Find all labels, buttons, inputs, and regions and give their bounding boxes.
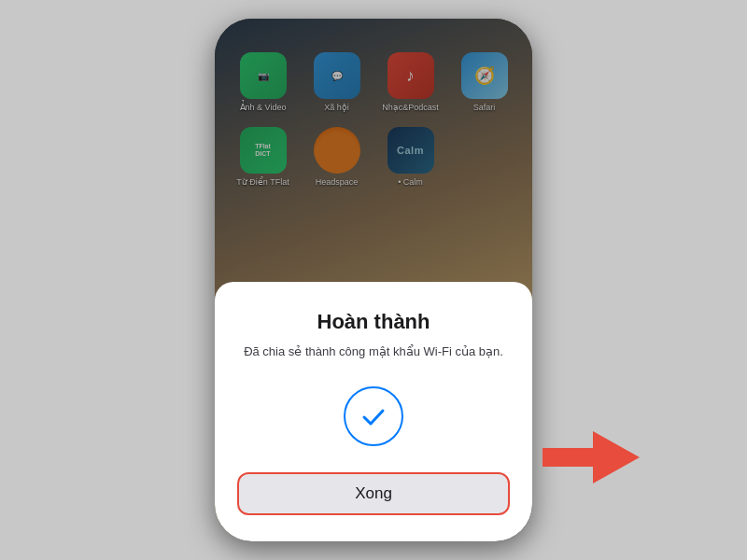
red-arrow-container [543, 431, 640, 483]
modal-overlay: Hoàn thành Đã chia sẻ thành công mật khẩ… [215, 19, 532, 541]
phone-container: 📷 Ảnh & Video 💬 Xã hội ♪ Nhạc&Podcast 🧭 … [215, 19, 532, 541]
success-checkmark-circle [344, 386, 403, 446]
modal-subtitle: Đã chia sẻ thành công mật khẩu Wi-Fi của… [244, 343, 503, 360]
arrow-head-icon [593, 431, 640, 483]
phone-wrapper: 📷 Ảnh & Video 💬 Xã hội ♪ Nhạc&Podcast 🧭 … [215, 19, 532, 541]
arrow-body-rect [543, 448, 594, 467]
modal-sheet: Hoàn thành Đã chia sẻ thành công mật khẩ… [215, 282, 532, 541]
modal-title: Hoàn thành [317, 310, 430, 334]
done-button[interactable]: Xong [237, 472, 510, 515]
checkmark-icon [359, 401, 388, 431]
phone-screen: 📷 Ảnh & Video 💬 Xã hội ♪ Nhạc&Podcast 🧭 … [215, 19, 532, 541]
